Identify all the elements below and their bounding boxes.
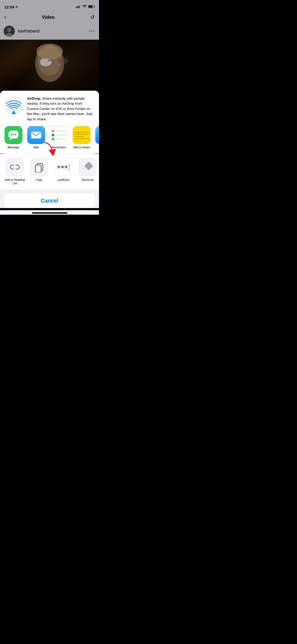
action-row: Add to Reading List Copy: [0, 154, 99, 189]
shortcuts-label: Shortcuts: [82, 178, 94, 182]
home-bar: [32, 212, 67, 214]
action-lastpass[interactable]: LastPass: [53, 158, 74, 185]
notes-app-icon: [73, 126, 91, 144]
shortcuts-icon: [79, 158, 97, 176]
mail-label: Mail: [34, 146, 39, 149]
lastpass-icon: [54, 158, 72, 176]
share-app-notes[interactable]: Add to Notes: [72, 126, 91, 149]
actions-section: Add to Reading List Copy: [0, 154, 99, 189]
reminders-app-icon: [50, 126, 68, 144]
svg-point-20: [13, 134, 14, 135]
svg-point-21: [15, 134, 16, 135]
message-app-icon: [4, 126, 22, 144]
svg-point-19: [11, 134, 12, 135]
share-app-mail[interactable]: Mail: [27, 126, 45, 149]
airdrop-title: AirDrop.: [27, 96, 41, 100]
cancel-button[interactable]: Cancel: [4, 194, 95, 208]
airdrop-icon: [4, 96, 23, 115]
airdrop-description: AirDrop. Share instantly with people nea…: [27, 96, 95, 122]
airdrop-section: AirDrop. Share instantly with people nea…: [0, 91, 99, 126]
safari-app-icon: [95, 126, 99, 144]
copy-icon: [30, 158, 48, 176]
airdrop-content[interactable]: AirDrop. Share instantly with people nea…: [4, 96, 95, 122]
cancel-label: Cancel: [41, 198, 58, 204]
share-sheet: AirDrop. Share instantly with people nea…: [0, 91, 99, 215]
home-indicator-bar: [0, 210, 99, 215]
share-app-reminders[interactable]: Reminders: [50, 126, 68, 149]
reading-list-label: Add to Reading List: [4, 178, 25, 185]
svg-rect-32: [35, 165, 41, 172]
share-app-safari[interactable]: Safari: [95, 126, 99, 149]
reading-list-icon: [6, 158, 24, 176]
svg-rect-30: [13, 165, 16, 169]
copy-label: Copy: [36, 178, 43, 182]
notes-label: Add to Notes: [73, 146, 90, 149]
action-copy[interactable]: Copy: [29, 158, 50, 185]
apps-row-section: Message Mail: [0, 126, 99, 153]
lastpass-label: LastPass: [57, 178, 69, 182]
action-reading-list[interactable]: Add to Reading List: [4, 158, 25, 185]
message-label: Message: [8, 146, 20, 149]
cancel-section: Cancel: [0, 189, 99, 208]
share-app-message[interactable]: Message: [4, 126, 23, 149]
mail-app-icon: [27, 126, 45, 144]
action-shortcuts[interactable]: Shortcuts: [77, 158, 98, 185]
reminders-label: Reminders: [52, 146, 66, 149]
share-apps-row: Message Mail: [0, 126, 99, 153]
